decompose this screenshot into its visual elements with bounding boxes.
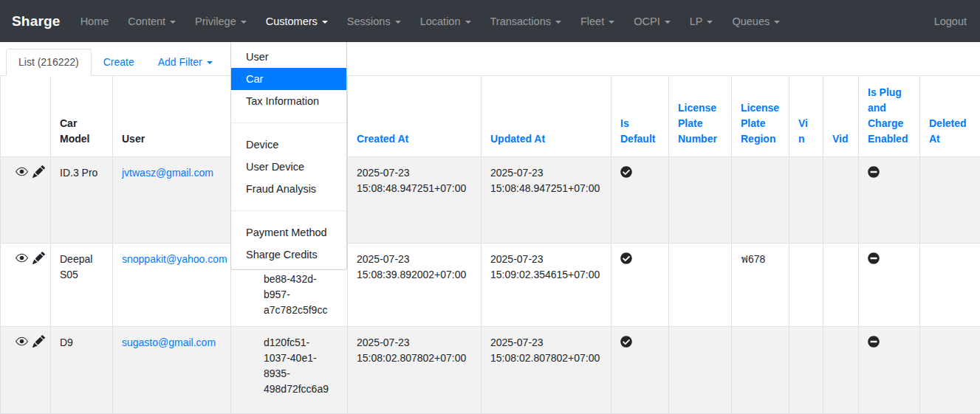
cell-is_plug_and_charge_enabled — [859, 156, 920, 243]
nav-item-label: Sessions — [347, 15, 391, 27]
customers-dropdown-menu: UserCarTax InformationDeviceUser DeviceF… — [230, 42, 347, 270]
nav-item-ocpi[interactable]: OCPI — [624, 10, 679, 33]
cell-is_default — [611, 243, 669, 326]
cell-license_plate_region: ฟ678 — [732, 243, 789, 326]
brand-logo[interactable]: Sharge — [12, 13, 61, 30]
dropdown-item-device[interactable]: Device — [231, 134, 346, 156]
nav-item-label: LP — [690, 15, 703, 27]
nav-item-logout[interactable]: Logout — [925, 10, 968, 33]
add-filter-dropdown[interactable]: Add Filter — [146, 49, 225, 75]
cell-actions — [1, 156, 51, 243]
col-header-license_plate_number: License Plate Number — [669, 76, 732, 156]
user-email-link[interactable]: snoppakit@yahoo.com — [122, 253, 227, 265]
cell-user: jvtwasz@gmail.com — [113, 156, 231, 243]
cell-actions — [1, 243, 51, 326]
minus-circle-icon — [868, 167, 880, 179]
cell-deleted_at — [920, 326, 980, 413]
eye-icon — [16, 167, 28, 179]
nav-item-fleet[interactable]: Fleet — [571, 10, 624, 33]
sort-link-deleted_at[interactable]: Deleted At — [929, 117, 967, 145]
header-label-car_model: Car Model — [60, 117, 89, 145]
sort-link-is_default[interactable]: Is Default — [620, 117, 655, 145]
view-button[interactable] — [16, 252, 28, 267]
dropdown-item-user-device[interactable]: User Device — [231, 156, 346, 178]
nav-item-sessions[interactable]: Sessions — [337, 10, 411, 33]
edit-button[interactable] — [32, 252, 45, 267]
chevron-down-icon — [774, 21, 780, 24]
dropdown-divider — [231, 123, 346, 123]
chevron-down-icon — [170, 21, 176, 24]
dropdown-item-payment-method[interactable]: Payment Method — [231, 221, 346, 244]
edit-button[interactable] — [32, 165, 45, 181]
tab-bar: List (216222) Create Add Filter — [0, 42, 980, 76]
tab-create[interactable]: Create — [92, 49, 146, 75]
nav-item-queues[interactable]: Queues — [722, 10, 789, 33]
cell-updated_at: 2025-07-23 15:08:48.947251+07:00 — [482, 156, 611, 243]
edit-button[interactable] — [32, 335, 45, 351]
nav-item-label: Customers — [266, 15, 318, 27]
cell-created_at: 2025-07-23 15:08:48.947251+07:00 — [348, 156, 482, 243]
cell-deleted_at — [920, 243, 980, 326]
cell-is_default — [611, 156, 669, 243]
sort-link-license_plate_region[interactable]: License Plate Region — [741, 102, 779, 145]
col-header-is_default: Is Default — [611, 76, 669, 156]
minus-circle-icon — [868, 253, 880, 265]
chevron-down-icon — [707, 21, 713, 24]
cell-updated_at: 2025-07-23 15:08:02.807802+07:00 — [482, 326, 611, 413]
nav-item-privilege[interactable]: Privilege — [185, 10, 256, 33]
cell-id: d120fc51-1037-40e1-8935-498d72fcc6a9 — [231, 326, 348, 413]
cell-vid — [823, 156, 859, 243]
nav-item-label: Transactions — [490, 15, 551, 27]
nav-item-transactions[interactable]: Transactions — [481, 10, 571, 33]
chevron-down-icon — [241, 21, 247, 24]
sort-link-is_plug_and_charge_enabled[interactable]: Is Plug and Charge Enabled — [868, 86, 908, 145]
view-button[interactable] — [16, 165, 28, 181]
nav-item-label: Content — [128, 15, 165, 27]
dropdown-item-fraud-analysis[interactable]: Fraud Analysis — [231, 178, 346, 200]
nav-item-label: Home — [80, 15, 109, 27]
cell-vid — [823, 243, 859, 326]
eye-icon — [16, 337, 28, 348]
check-circle-icon — [620, 167, 632, 179]
dropdown-item-sharge-credits[interactable]: Sharge Credits — [231, 244, 346, 266]
chevron-down-icon — [322, 21, 328, 24]
nav-item-label: Queues — [732, 15, 770, 27]
dropdown-item-user[interactable]: User — [231, 46, 346, 68]
user-email-link[interactable]: sugasto@gmail.com — [122, 337, 216, 348]
dropdown-item-tax-information[interactable]: Tax Information — [231, 90, 346, 112]
cell-deleted_at — [920, 156, 980, 243]
sort-link-updated_at[interactable]: Updated At — [490, 133, 545, 145]
view-button[interactable] — [16, 335, 28, 351]
sort-link-license_plate_number[interactable]: License Plate Number — [678, 102, 717, 145]
cell-car_model: D9 — [51, 326, 113, 413]
col-header-vin: Vin — [789, 76, 823, 156]
sort-link-vid[interactable]: Vid — [832, 133, 849, 145]
cell-user: snoppakit@yahoo.com — [113, 243, 231, 326]
cell-car_model: Deepal S05 — [51, 243, 113, 326]
table-header-row: Car ModelUserCreated AtUpdated AtIs Defa… — [1, 76, 980, 156]
nav-item-location[interactable]: Location — [411, 10, 481, 33]
cell-license_plate_region — [732, 156, 789, 243]
col-header-user: User — [113, 76, 231, 156]
nav-item-lp[interactable]: LP — [680, 10, 723, 33]
tab-list[interactable]: List (216222) — [6, 49, 92, 76]
dropdown-divider — [231, 210, 346, 211]
sort-link-vin[interactable]: Vin — [798, 117, 808, 145]
col-header-actions — [1, 76, 51, 156]
cell-updated_at: 2025-07-23 15:09:02.354615+07:00 — [482, 243, 611, 326]
nav-item-home[interactable]: Home — [71, 10, 119, 33]
dropdown-item-car[interactable]: Car — [231, 68, 346, 90]
cell-is_plug_and_charge_enabled — [859, 243, 920, 326]
nav-item-content[interactable]: Content — [118, 10, 185, 33]
sort-link-created_at[interactable]: Created At — [357, 133, 408, 145]
cars-table: Car ModelUserCreated AtUpdated AtIs Defa… — [0, 76, 980, 414]
nav-item-label: Fleet — [580, 15, 604, 27]
nav-item-customers[interactable]: Customers — [256, 10, 337, 33]
table-row: ID.3 Projvtwasz@gmail.com2025-07-23 15:0… — [1, 156, 980, 243]
col-header-vid: Vid — [823, 76, 859, 156]
cell-license_plate_region — [732, 326, 789, 413]
nav-item-label: Location — [420, 15, 461, 27]
col-header-is_plug_and_charge_enabled: Is Plug and Charge Enabled — [859, 76, 920, 156]
cell-is_plug_and_charge_enabled — [859, 326, 920, 413]
user-email-link[interactable]: jvtwasz@gmail.com — [122, 167, 213, 179]
